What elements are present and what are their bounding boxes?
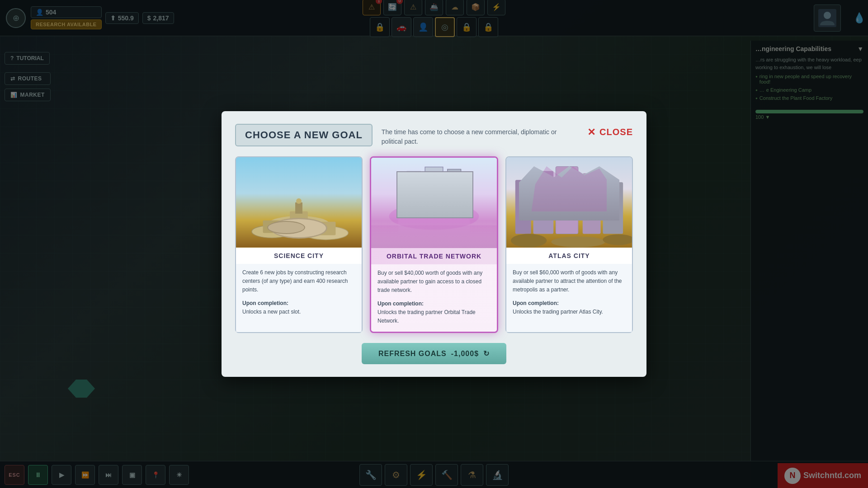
- svg-rect-12: [371, 158, 497, 248]
- orbital-trade-title: ORBITAL TRADE NETWORK: [371, 248, 497, 264]
- svg-rect-15: [448, 169, 461, 196]
- svg-point-11: [296, 198, 302, 204]
- svg-point-30: [511, 234, 547, 247]
- svg-point-31: [551, 236, 605, 247]
- svg-rect-26: [515, 180, 531, 234]
- science-city-body: Create 6 new jobs by constructing resear…: [236, 264, 362, 332]
- atlas-city-card[interactable]: ATLAS CITY Buy or sell $60,000 worth of …: [505, 156, 633, 333]
- atlas-city-completion: Upon completion: Unlocks the trading par…: [513, 299, 626, 316]
- svg-point-4: [268, 216, 329, 232]
- science-city-completion: Upon completion: Unlocks a new pact slot…: [242, 299, 355, 316]
- atlas-city-completion-label: Upon completion:: [513, 299, 626, 308]
- refresh-goals-button[interactable]: REFRESH GOALS -1,000$ ↻: [362, 343, 506, 364]
- svg-rect-19: [371, 225, 497, 248]
- atlas-city-description: Buy or sell $60,000 worth of goods with …: [513, 268, 626, 295]
- svg-rect-17: [398, 219, 470, 237]
- modal-header: CHOOSE A NEW GOAL The time has come to c…: [235, 124, 633, 146]
- atlas-city-image: [506, 157, 632, 248]
- science-city-completion-text: Unlocks a new pact slot.: [242, 309, 301, 315]
- refresh-cost: -1,000$: [451, 350, 479, 358]
- svg-rect-25: [603, 182, 623, 234]
- orbital-trade-card[interactable]: ORBITAL TRADE NETWORK Buy or sell $40,00…: [370, 156, 498, 333]
- science-city-svg: [236, 157, 362, 248]
- svg-rect-28: [556, 167, 578, 234]
- atlas-city-svg: [506, 157, 632, 248]
- svg-rect-14: [407, 171, 420, 196]
- orbital-trade-image: [371, 158, 497, 248]
- science-city-description: Create 6 new jobs by constructing resear…: [242, 268, 355, 295]
- atlas-city-completion-text: Unlocks the trading partner Atlas City.: [513, 309, 603, 315]
- orbital-trade-completion-label: Upon completion:: [377, 300, 491, 308]
- atlas-city-body: Buy or sell $60,000 worth of goods with …: [506, 264, 632, 332]
- svg-rect-16: [425, 167, 443, 201]
- orbital-trade-svg: [371, 158, 497, 248]
- science-city-card[interactable]: SCIENCE CITY Create 6 new jobs by constr…: [235, 156, 363, 333]
- orbital-trade-completion-text: Unlocks the trading partner Orbital Trad…: [377, 309, 476, 324]
- close-button[interactable]: ✕ CLOSE: [587, 124, 633, 138]
- svg-point-18: [389, 203, 479, 230]
- refresh-section: REFRESH GOALS -1,000$ ↻: [235, 343, 633, 364]
- science-city-completion-label: Upon completion:: [242, 299, 355, 308]
- svg-point-6: [252, 225, 292, 238]
- svg-rect-9: [316, 222, 336, 235]
- goal-selection-modal: CHOOSE A NEW GOAL The time has come to c…: [222, 111, 646, 377]
- modal-title-box: CHOOSE A NEW GOAL: [235, 124, 373, 146]
- modal-overlay: CHOOSE A NEW GOAL The time has come to c…: [0, 0, 868, 488]
- atlas-city-title: ATLAS CITY: [506, 248, 632, 264]
- science-city-image: [236, 157, 362, 248]
- svg-rect-7: [263, 221, 281, 233]
- refresh-label: REFRESH GOALS: [378, 350, 447, 358]
- orbital-trade-description: Buy or sell $40,000 worth of goods with …: [377, 269, 491, 295]
- svg-rect-27: [533, 171, 554, 234]
- svg-rect-10: [295, 202, 302, 214]
- svg-rect-29: [583, 173, 601, 234]
- modal-title: CHOOSE A NEW GOAL: [245, 129, 363, 141]
- orbital-trade-body: Buy or sell $40,000 worth of goods with …: [371, 264, 497, 332]
- svg-rect-5: [290, 211, 308, 227]
- close-label: CLOSE: [599, 127, 633, 137]
- svg-rect-13: [398, 176, 470, 216]
- close-x-icon: ✕: [587, 127, 596, 138]
- science-city-title: SCIENCE CITY: [236, 248, 362, 264]
- goal-cards-container: SCIENCE CITY Create 6 new jobs by constr…: [235, 156, 633, 333]
- modal-subtitle: The time has come to choose a new commer…: [373, 124, 587, 146]
- orbital-trade-completion: Upon completion: Unlocks the trading par…: [377, 300, 491, 326]
- refresh-icon: ↻: [483, 349, 490, 358]
